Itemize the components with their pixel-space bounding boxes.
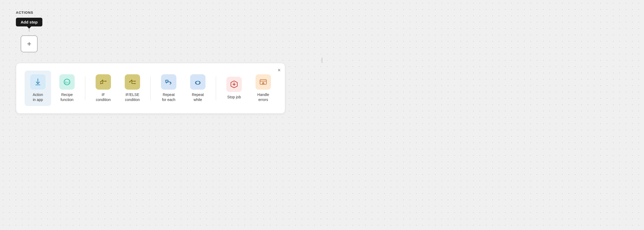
svg-point-8 <box>135 81 136 82</box>
divider-1 <box>85 76 85 100</box>
action-item-action-in-app[interactable]: Actionin app <box>25 71 51 106</box>
add-step-button[interactable]: + <box>21 35 38 52</box>
svg-text:f(x): f(x) <box>65 81 69 84</box>
close-button[interactable]: × <box>278 67 281 73</box>
handle-errors-label: Handleerrors <box>257 92 269 102</box>
recipe-function-icon: f(x) <box>59 74 75 90</box>
action-item-repeat-while[interactable]: Repeatwhile <box>185 71 211 106</box>
add-step-wrapper: Add step + <box>16 18 42 52</box>
action-item-repeat-for-each[interactable]: Repeatfor each <box>155 71 182 106</box>
action-in-app-icon <box>30 74 46 90</box>
connector-line-2 <box>322 58 322 63</box>
svg-point-5 <box>105 81 106 82</box>
action-item-recipe-function[interactable]: f(x) Recipefunction <box>54 71 80 106</box>
if-condition-label: IFcondition <box>96 92 111 102</box>
svg-point-9 <box>135 83 136 84</box>
action-item-stop-job[interactable]: Stop job <box>221 73 247 103</box>
recipe-function-label: Recipefunction <box>60 92 73 102</box>
if-else-condition-icon <box>125 74 140 90</box>
stop-job-label: Stop job <box>227 95 241 100</box>
add-step-tooltip: Add step <box>16 18 42 26</box>
repeat-for-each-icon <box>161 74 176 90</box>
if-condition-icon <box>96 74 111 90</box>
handle-errors-icon <box>256 74 271 90</box>
svg-point-6 <box>100 83 101 84</box>
actions-panel: Actionin app f(x) Recipefunction IFcondi… <box>16 63 285 114</box>
action-in-app-label: Actionin app <box>33 92 43 102</box>
divider-3 <box>216 76 216 100</box>
repeat-for-each-label: Repeatfor each <box>162 92 176 102</box>
action-item-if-else-condition[interactable]: IF/ELSEcondition <box>119 71 146 106</box>
svg-point-18 <box>263 84 263 84</box>
action-item-handle-errors[interactable]: Handleerrors <box>250 71 276 106</box>
repeat-while-icon <box>190 74 205 90</box>
action-item-if-condition[interactable]: IFcondition <box>90 71 117 106</box>
svg-point-7 <box>129 81 130 82</box>
actions-label: ACTIONS <box>16 11 33 15</box>
stop-job-icon <box>226 77 242 92</box>
divider-2 <box>150 76 151 100</box>
repeat-while-label: Repeatwhile <box>192 92 204 102</box>
svg-point-4 <box>100 81 101 82</box>
if-else-condition-label: IF/ELSEcondition <box>125 92 140 102</box>
